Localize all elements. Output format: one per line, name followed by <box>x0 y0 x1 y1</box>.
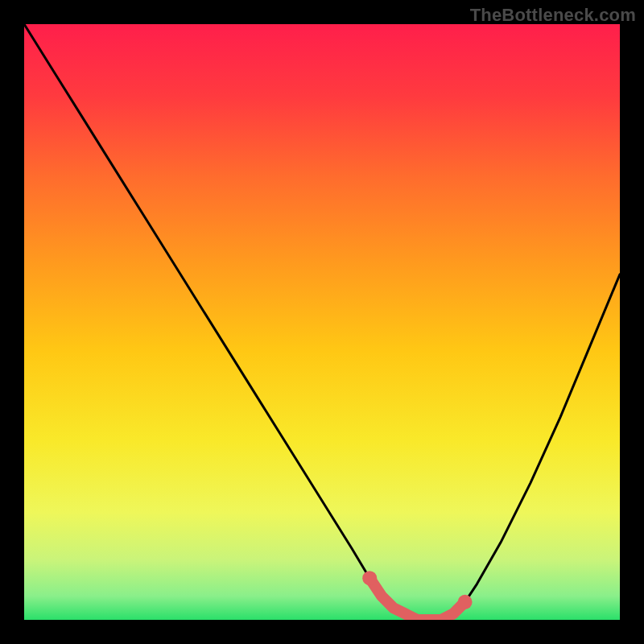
optimal-range-endpoint <box>458 595 473 609</box>
gradient-background <box>24 24 620 620</box>
optimal-range-endpoint <box>362 571 377 585</box>
chart-frame <box>24 24 620 620</box>
chart-svg <box>24 24 620 620</box>
watermark-label: TheBottleneck.com <box>470 5 636 26</box>
